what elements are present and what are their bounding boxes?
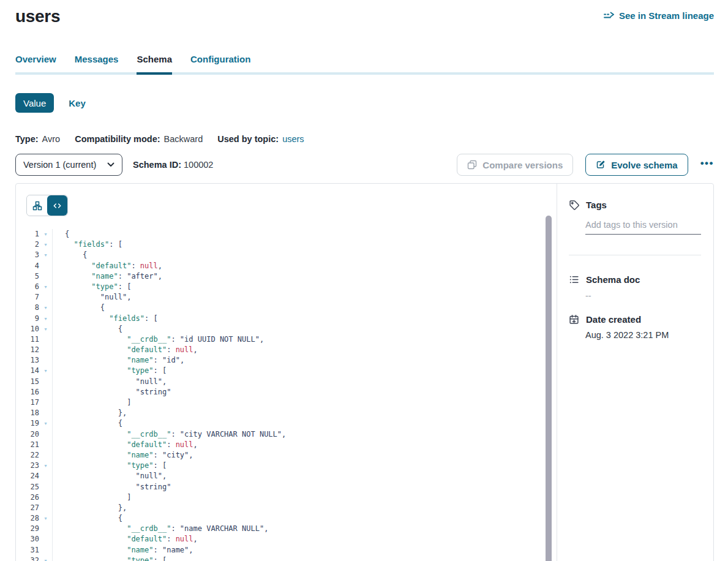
fold-spacer [39, 429, 52, 440]
schema-doc-value: -- [585, 291, 701, 301]
fold-arrow-icon[interactable]: ▾ [39, 303, 52, 313]
tags-section: Tags [569, 200, 701, 255]
code-text: "default": null, [52, 345, 198, 355]
date-created-title: Date created [586, 314, 641, 325]
code-text: "default": null, [52, 261, 162, 271]
date-created-section: Date created Aug. 3 2022 3:21 PM [569, 314, 701, 340]
line-number: 22 [16, 450, 39, 461]
code-line: 32▾ "type": [ [16, 555, 557, 561]
view-toggle [26, 195, 68, 216]
tags-input[interactable] [585, 220, 701, 235]
topic-label: Used by topic: [217, 134, 279, 144]
tags-title: Tags [586, 200, 607, 210]
fold-arrow-icon[interactable]: ▾ [39, 324, 52, 334]
tab-messages[interactable]: Messages [75, 54, 119, 75]
line-number: 9 [16, 314, 39, 324]
code-text: "type": [ [52, 461, 167, 471]
fold-spacer [39, 355, 52, 366]
code-text: { [52, 324, 122, 334]
fold-arrow-icon[interactable]: ▾ [39, 314, 52, 324]
fold-spacer [39, 482, 52, 492]
code-editor[interactable]: 1▾{2▾ "fields": [3▾ {4 "default": null,5… [16, 229, 557, 561]
code-line: 4 "default": null, [16, 261, 557, 271]
line-number: 32 [16, 555, 39, 561]
line-number: 24 [16, 471, 39, 481]
code-line: 22 "name": "city", [16, 450, 557, 461]
fold-arrow-icon[interactable]: ▾ [39, 282, 52, 292]
fold-spacer [39, 471, 52, 481]
line-number: 26 [16, 492, 39, 503]
code-line: 31 "name": "name", [16, 545, 557, 555]
version-bar: Version 1 (current) Schema ID: 100002 Co… [15, 154, 714, 176]
schema-doc-header: Schema doc [569, 274, 701, 285]
line-number: 1 [16, 229, 39, 239]
code-text: "fields": [ [52, 314, 158, 324]
code-text: "name": "after", [52, 271, 162, 282]
code-line: 18 }, [16, 408, 557, 418]
code-view-button[interactable] [47, 195, 67, 216]
page-header: users See in Stream lineage [15, 6, 714, 27]
fold-arrow-icon[interactable]: ▾ [39, 513, 52, 524]
fold-arrow-icon[interactable]: ▾ [39, 418, 52, 429]
code-text: "string" [52, 387, 171, 397]
topic-link[interactable]: users [282, 134, 304, 144]
code-text: "type": [ [52, 555, 167, 561]
schema-id-label: Schema ID: [133, 160, 181, 170]
code-text: { [52, 513, 122, 524]
stream-lineage-link[interactable]: See in Stream lineage [604, 10, 714, 21]
value-tab[interactable]: Value [15, 93, 54, 113]
more-options-button[interactable]: ••• [700, 158, 714, 172]
line-number: 6 [16, 282, 39, 292]
line-number: 15 [16, 377, 39, 387]
fold-spacer [39, 524, 52, 534]
key-tab[interactable]: Key [69, 98, 86, 108]
line-number: 16 [16, 387, 39, 397]
code-line: 19▾ { [16, 418, 557, 429]
code-line: 17 ] [16, 397, 557, 408]
fold-arrow-icon[interactable]: ▾ [39, 366, 52, 376]
code-text: "fields": [ [52, 239, 122, 250]
code-line: 26 ] [16, 492, 557, 503]
fold-arrow-icon[interactable]: ▾ [39, 229, 52, 239]
line-number: 7 [16, 292, 39, 303]
date-created-header: Date created [569, 314, 701, 325]
line-number: 20 [16, 429, 39, 440]
page-title: users [15, 6, 60, 27]
tabs-row: OverviewMessagesSchemaConfiguration [15, 54, 714, 75]
fold-arrow-icon[interactable]: ▾ [39, 555, 52, 561]
compare-versions-button[interactable]: Compare versions [457, 154, 573, 176]
version-actions: Compare versions Evolve schema ••• [457, 154, 714, 176]
line-number: 11 [16, 334, 39, 345]
tab-schema[interactable]: Schema [137, 54, 172, 75]
tab-overview[interactable]: Overview [15, 54, 56, 75]
fold-arrow-icon[interactable]: ▾ [39, 461, 52, 471]
fold-arrow-icon[interactable]: ▾ [39, 250, 52, 260]
schema-id: Schema ID: 100002 [133, 160, 213, 170]
sidebar-divider [569, 255, 701, 255]
code-line: 2▾ "fields": [ [16, 239, 557, 250]
tree-view-button[interactable] [27, 195, 47, 216]
fold-arrow-icon[interactable]: ▾ [39, 239, 52, 250]
evolve-schema-button[interactable]: Evolve schema [585, 154, 688, 176]
code-line: 28▾ { [16, 513, 557, 524]
code-line: 23▾ "type": [ [16, 461, 557, 471]
code-text: "default": null, [52, 440, 198, 450]
compat-label: Compatibility mode: [75, 134, 160, 144]
code-text: "null", [52, 471, 167, 481]
doc-list-icon [569, 274, 579, 285]
version-select-value: Version 1 (current) [23, 160, 96, 170]
version-select[interactable]: Version 1 (current) [15, 154, 122, 176]
fold-spacer [39, 261, 52, 271]
tab-configuration[interactable]: Configuration [190, 54, 250, 75]
fold-spacer [39, 387, 52, 397]
line-number: 3 [16, 250, 39, 260]
line-number: 30 [16, 534, 39, 544]
scrollbar-thumb[interactable] [546, 216, 552, 561]
code-line: 13 "name": "id", [16, 355, 557, 366]
evolve-schema-label: Evolve schema [611, 160, 677, 170]
code-text: "name": "city", [52, 450, 193, 461]
code-view-icon [53, 201, 62, 210]
fold-spacer [39, 377, 52, 387]
line-number: 23 [16, 461, 39, 471]
stream-lineage-label: See in Stream lineage [619, 10, 714, 21]
